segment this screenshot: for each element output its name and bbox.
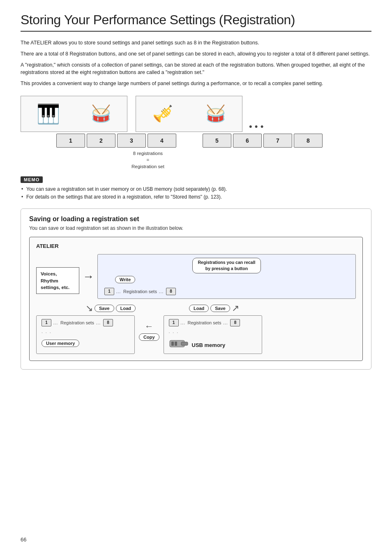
arrow-down-save-usb: ↗ bbox=[232, 303, 239, 314]
save-button-usb[interactable]: Save bbox=[210, 305, 230, 312]
reg-btn-4[interactable]: 4 bbox=[148, 134, 176, 148]
intro-p1: The ATELIER allows you to store sound se… bbox=[21, 39, 371, 47]
svg-rect-2 bbox=[171, 342, 174, 346]
trumpet-icon: 🎺 bbox=[152, 104, 173, 123]
arrow-voices-to-reg: → bbox=[83, 270, 94, 283]
atelier-reg-num-1: 1 bbox=[104, 288, 114, 295]
load-button-usb[interactable]: Load bbox=[189, 305, 209, 312]
write-button[interactable]: Write bbox=[115, 276, 135, 283]
memo-box: MEMO You can save a registration set in … bbox=[21, 176, 371, 201]
save-button-user[interactable]: Save bbox=[95, 305, 114, 312]
memo-item-2: For details on the settings that are sto… bbox=[21, 193, 371, 201]
atelier-diagram: ATELIER Voices, Rhythm settings, etc. → … bbox=[29, 237, 363, 361]
reg-btn-1[interactable]: 1 bbox=[56, 134, 85, 148]
intro-section: The ATELIER allows you to store sound se… bbox=[21, 39, 371, 88]
usb-mem-reg-num-8: 8 bbox=[230, 319, 240, 326]
user-mem-reg-num-1: 1 bbox=[42, 319, 51, 326]
memo-label: MEMO bbox=[21, 176, 43, 183]
reg-btn-2[interactable]: 2 bbox=[87, 134, 115, 148]
user-mem-reg-num-8: 8 bbox=[103, 319, 113, 326]
memo-item-1: You can save a registration set in user … bbox=[21, 185, 371, 193]
voices-box: Voices, Rhythm settings, etc. bbox=[36, 267, 79, 294]
saving-section: Saving or loading a registration set You… bbox=[21, 208, 371, 369]
page-title: Storing Your Performance Settings (Regis… bbox=[21, 12, 371, 32]
user-mem-dots: . . . bbox=[42, 329, 129, 334]
usb-mem-reg-num-1: 1 bbox=[169, 319, 179, 326]
atelier-reg-sets-label: Registration sets bbox=[123, 289, 157, 294]
saving-subtitle: You can save or load registration set as… bbox=[29, 225, 363, 231]
intro-p4: This provides a convenient way to change… bbox=[21, 80, 371, 88]
svg-rect-3 bbox=[175, 342, 177, 346]
reg-label: 8 registrations = Registration set bbox=[131, 150, 164, 170]
usb-mem-dots: . . . bbox=[169, 329, 257, 334]
load-button-user[interactable]: Load bbox=[116, 305, 136, 312]
intro-p2: There are a total of 8 Registration butt… bbox=[21, 50, 371, 58]
user-memory-box: 1 … Registration sets … 8 . . . User mem… bbox=[36, 315, 135, 354]
drums2-icon: 🥁 bbox=[205, 104, 226, 123]
recall-label: Registrations you can recallby pressing … bbox=[192, 258, 261, 273]
reg-btn-6[interactable]: 6 bbox=[233, 134, 262, 148]
arrow-left-copy: ← bbox=[145, 321, 154, 332]
usb-memory-label: USB memory bbox=[192, 342, 226, 348]
ellipsis: • • • bbox=[249, 121, 263, 132]
saving-title: Saving or loading a registration set bbox=[29, 215, 363, 223]
arrow-down-save-user: ↘ bbox=[85, 303, 93, 314]
copy-button[interactable]: Copy bbox=[139, 333, 159, 341]
usb-memory-box: 1 … Registration sets … 8 . . . USB memo… bbox=[164, 315, 262, 354]
copy-area: ← Copy bbox=[139, 315, 159, 341]
reg-btn-8[interactable]: 8 bbox=[294, 134, 323, 148]
usb-stick-icon bbox=[169, 337, 189, 350]
intro-p3: A "registration," which consists of a co… bbox=[21, 61, 371, 77]
user-memory-label: User memory bbox=[42, 340, 79, 347]
atelier-reg-num-8: 8 bbox=[166, 288, 176, 295]
page-number: 66 bbox=[21, 536, 26, 543]
svg-rect-1 bbox=[181, 342, 188, 345]
piano-icon: 🎹 bbox=[37, 103, 60, 125]
reg-btn-3[interactable]: 3 bbox=[117, 134, 146, 148]
registration-illustration: 🎹 🥁 🎺 🥁 • • • 1 2 3 4 5 6 7 8 8 registra… bbox=[21, 96, 371, 170]
memo-list: You can save a registration set in user … bbox=[21, 185, 371, 201]
reg-btn-5[interactable]: 5 bbox=[203, 134, 231, 148]
atelier-label: ATELIER bbox=[36, 243, 356, 249]
drums-icon: 🥁 bbox=[91, 104, 111, 123]
reg-btn-7[interactable]: 7 bbox=[263, 134, 292, 148]
user-mem-reg-sets-label: Registration sets bbox=[60, 320, 94, 325]
usb-mem-reg-sets-label: Registration sets bbox=[188, 320, 221, 325]
